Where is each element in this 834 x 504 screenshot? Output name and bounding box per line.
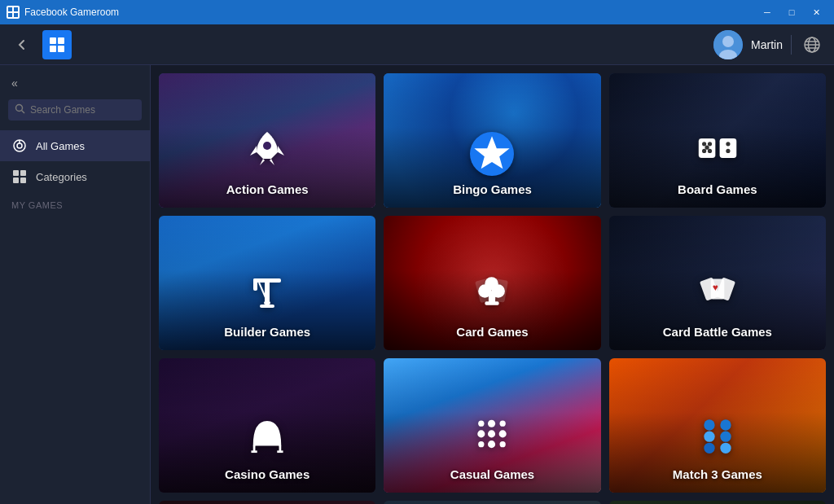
board-label: Board Games xyxy=(678,182,757,196)
svg-point-62 xyxy=(488,430,495,437)
match3-label: Match 3 Games xyxy=(673,467,762,481)
svg-rect-24 xyxy=(20,177,26,183)
svg-point-60 xyxy=(500,421,506,427)
action-icon xyxy=(247,128,288,176)
svg-point-71 xyxy=(704,443,714,454)
game-tile-casual[interactable]: Casual Games xyxy=(384,358,600,493)
svg-point-72 xyxy=(720,443,731,454)
svg-point-70 xyxy=(720,432,731,442)
games-grid: Action Games Bingo Games xyxy=(151,65,834,504)
card-label: Card Games xyxy=(456,325,528,339)
svg-rect-38 xyxy=(253,278,281,283)
close-button[interactable]: ✕ xyxy=(805,4,827,20)
casual-label: Casual Games xyxy=(450,467,534,481)
svg-point-64 xyxy=(479,441,485,447)
cardbattle-label: Card Battle Games xyxy=(663,325,772,339)
svg-point-33 xyxy=(705,146,709,150)
username: Martin xyxy=(751,38,783,51)
svg-point-63 xyxy=(499,430,507,437)
action-content: Action Games xyxy=(159,128,375,208)
maximize-button[interactable]: □ xyxy=(780,4,803,20)
svg-point-16 xyxy=(16,105,23,112)
svg-point-36 xyxy=(726,149,730,153)
search-icon xyxy=(15,103,25,116)
svg-marker-26 xyxy=(475,136,510,169)
appbar-divider xyxy=(791,35,792,55)
sidebar-collapse-button[interactable]: « xyxy=(0,72,150,94)
collapse-icon: « xyxy=(11,77,18,90)
titlebar: Facebook Gameroom ─ □ ✕ xyxy=(0,0,834,24)
all-games-label: All Games xyxy=(36,140,85,152)
svg-point-29 xyxy=(702,142,706,146)
match3-icon xyxy=(697,413,738,461)
bingo-label: Bingo Games xyxy=(453,182,532,196)
search-input[interactable] xyxy=(30,104,135,116)
game-tile-bottom3[interactable]: ✖✖ xyxy=(609,501,826,504)
svg-line-17 xyxy=(22,111,25,114)
titlebar-controls: ─ □ ✕ xyxy=(756,4,827,20)
svg-point-19 xyxy=(17,143,22,148)
game-tile-board[interactable]: Board Games xyxy=(609,73,826,208)
svg-rect-6 xyxy=(50,46,56,52)
svg-point-32 xyxy=(708,149,712,153)
bingo-content: Bingo Games xyxy=(384,132,600,208)
action-label: Action Games xyxy=(226,182,309,196)
casino-label: Casino Games xyxy=(225,467,309,481)
appbar: Martin xyxy=(0,24,834,65)
svg-rect-0 xyxy=(8,7,12,11)
game-tile-bingo[interactable]: Bingo Games xyxy=(384,73,600,208)
back-button[interactable] xyxy=(10,33,34,57)
svg-point-25 xyxy=(263,142,271,150)
bottom2-overlay xyxy=(384,501,600,504)
svg-point-69 xyxy=(704,432,714,442)
categories-label: Categories xyxy=(36,171,87,183)
search-bar[interactable] xyxy=(8,99,142,121)
game-tile-card[interactable]: Card Games xyxy=(384,216,600,350)
sidebar-nav: All Games Categories xyxy=(0,130,150,192)
categories-icon xyxy=(11,169,28,185)
appbar-right: Martin xyxy=(713,30,824,59)
svg-rect-39 xyxy=(253,278,257,291)
language-button[interactable] xyxy=(800,33,824,57)
casino-icon xyxy=(247,413,288,461)
svg-point-58 xyxy=(479,421,485,427)
svg-rect-2 xyxy=(8,13,12,17)
builder-label: Builder Games xyxy=(224,325,310,339)
sidebar-item-all-games[interactable]: All Games xyxy=(0,130,150,161)
game-tile-bottom2[interactable] xyxy=(384,501,600,504)
svg-rect-40 xyxy=(264,301,270,305)
avatar xyxy=(713,30,743,59)
svg-rect-34 xyxy=(719,138,736,158)
svg-rect-23 xyxy=(13,177,19,183)
svg-rect-7 xyxy=(58,46,64,52)
casual-content: Casual Games xyxy=(384,413,600,493)
sidebar: « All Games xyxy=(0,65,151,504)
svg-point-68 xyxy=(720,419,731,430)
minimize-button[interactable]: ─ xyxy=(756,4,779,20)
game-tile-cardbattle[interactable]: ♥ Card Battle Games xyxy=(609,216,826,350)
svg-rect-1 xyxy=(14,7,18,11)
bottom1-overlay xyxy=(159,501,375,504)
game-tile-casino[interactable]: Casino Games xyxy=(159,358,375,493)
svg-point-59 xyxy=(488,420,495,427)
svg-point-66 xyxy=(500,441,506,447)
builder-content: Builder Games xyxy=(159,270,375,350)
app-icon xyxy=(7,6,20,19)
my-games-label: MY GAMES xyxy=(0,192,150,213)
svg-rect-41 xyxy=(260,305,274,308)
appbar-left xyxy=(10,30,72,59)
game-tile-bottom1[interactable] xyxy=(159,501,375,504)
cardbattle-icon: ♥ xyxy=(697,270,738,318)
svg-text:♥: ♥ xyxy=(713,282,718,292)
game-tile-match3[interactable]: Match 3 Games xyxy=(609,358,826,493)
casino-content: Casino Games xyxy=(159,413,375,493)
svg-rect-47 xyxy=(485,301,499,305)
card-icon xyxy=(472,270,512,318)
svg-rect-5 xyxy=(58,37,64,44)
sidebar-item-categories[interactable]: Categories xyxy=(0,161,150,192)
svg-rect-3 xyxy=(14,13,18,17)
app-logo xyxy=(42,30,72,59)
svg-point-61 xyxy=(478,430,485,437)
game-tile-builder[interactable]: Builder Games xyxy=(159,216,375,350)
game-tile-action[interactable]: Action Games xyxy=(159,73,375,208)
